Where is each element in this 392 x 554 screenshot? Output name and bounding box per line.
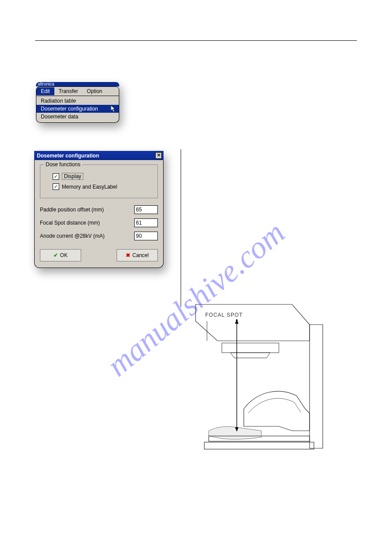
svg-point-8 [236,319,238,321]
group-label: Dose functions [44,161,82,168]
checkbox-display[interactable]: ✓ [53,173,59,180]
dropdown: Radiation table Dosemeter configuration … [36,96,119,123]
focal-spot-text: FOCAL SPOT [205,312,243,318]
anode-current-value[interactable]: 90 [134,232,158,240]
cancel-button[interactable]: ✖ Cancel [117,249,158,261]
vertical-divider [181,149,181,307]
dropdown-item-label: Dosemeter configuration [41,106,98,112]
focal-spot-label: Focal Spot distance (mm) [40,220,100,226]
anode-current-label: Anode current @28kV (mA) [40,233,105,239]
svg-rect-4 [204,442,314,449]
paddle-offset-row: Paddle position offset (mm) 65 [40,205,158,214]
cancel-button-label: Cancel [132,252,149,258]
horizontal-rule [35,40,357,41]
dropdown-dosemeter-configuration[interactable]: Dosemeter configuration [36,105,119,113]
anode-current-row: Anode current @28kV (mA) 90 [40,232,158,240]
svg-rect-2 [222,343,279,353]
checkbox-display-label: Display [62,173,83,180]
ok-button[interactable]: ✔ OK [40,249,81,261]
close-icon[interactable]: ✕ [155,152,162,159]
menubar: Edit Transfer Option [36,86,119,96]
focal-spot-row: Focal Spot distance (mm) 61 [40,218,158,227]
paddle-offset-value[interactable]: 65 [134,205,158,214]
menu-option[interactable]: Option [82,87,107,95]
ok-button-label: OK [60,252,68,258]
button-row: ✔ OK ✖ Cancel [40,249,158,261]
paddle-offset-label: Paddle position offset (mm) [40,207,104,213]
checkbox-display-row: ✓ Display [53,173,153,180]
dropdown-dosemeter-data[interactable]: Dosemeter data [36,113,119,121]
menu-transfer[interactable]: Transfer [54,87,82,95]
checkbox-memory[interactable]: ✓ [53,183,59,190]
x-icon: ✖ [126,252,130,258]
focal-spot-value[interactable]: 61 [134,218,158,227]
menu-edit[interactable]: Edit [36,87,54,95]
svg-marker-0 [111,106,115,112]
check-icon: ✔ [53,252,58,258]
checkbox-memory-row: ✓ Memory and EasyLabel [53,183,153,190]
menu-screenshot: altronica Edit Transfer Option Radiation… [36,82,119,123]
dialog-screenshot: Dosemeter configuration ✕ Dose functions… [34,151,164,268]
dropdown-radiation-table[interactable]: Radiation table [36,97,119,105]
window-title-fragment: altronica [36,82,119,86]
dialog-title-text: Dosemeter configuration [37,153,99,159]
cursor-icon [111,106,117,114]
dose-functions-group: Dose functions ✓ Display ✓ Memory and Ea… [40,164,158,198]
checkbox-memory-label: Memory and EasyLabel [62,184,117,190]
dialog-body: Dose functions ✓ Display ✓ Memory and Ea… [34,160,164,268]
machine-diagram: FOCAL SPOT [191,299,353,466]
dialog-titlebar: Dosemeter configuration ✕ [34,151,164,160]
